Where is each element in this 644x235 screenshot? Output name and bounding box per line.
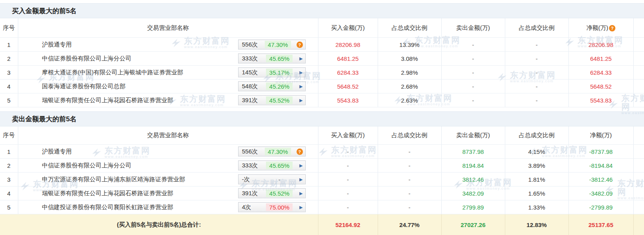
sell-top5-table: 序号 交易营业部名称 买入金额(万) 占总成交比例 卖出金额(万) 占总成交比例…	[0, 126, 644, 235]
table-row: 1 沪股通专用 556次 47.30% ? 28206.98 13.39% - …	[0, 38, 644, 52]
cell-broker-name: 瑞银证券有限责任公司上海花园石桥路证券营业部 391次 45.52% ▶	[18, 186, 318, 200]
cell-sell-amount: 2799.89	[441, 200, 505, 214]
cell-broker-name: 沪股通专用 556次 47.30% ?	[18, 38, 318, 52]
col-header-buy-ratio: 占总成交比例	[378, 18, 441, 38]
cell-buy-amount: 28206.98	[318, 38, 378, 52]
cell-net-amount: -3812.46	[568, 173, 633, 186]
broker-name-link[interactable]: 摩根大通证券(中国)有限公司上海银城中路证券营业部	[42, 69, 183, 76]
cell-net-amount: 6284.33	[568, 66, 633, 80]
section-gap	[0, 107, 644, 111]
cell-broker-name: 中信建投证券股份有限公司襄阳长虹路证券营业部 4次 75.00% ▶	[18, 200, 318, 214]
win-rate: 75.00%	[266, 204, 293, 211]
broker-name-link[interactable]: 沪股通专用	[42, 41, 72, 48]
appearance-stats-badge[interactable]: 391次 45.52% ▶	[238, 95, 306, 105]
help-icon[interactable]: ?	[297, 148, 303, 155]
cell-index: 2	[0, 52, 18, 66]
col-header-spacer	[633, 18, 644, 38]
expand-arrow-icon[interactable]: ▶	[299, 56, 303, 61]
expand-arrow-icon[interactable]: ▶	[299, 205, 303, 210]
expand-arrow-icon[interactable]: ▶	[299, 191, 303, 196]
cell-net-amount: 5543.83	[568, 93, 633, 107]
broker-name-link[interactable]: 申万宏源证券有限公司上海浦东新区靖海路证券营业部	[42, 176, 185, 183]
col-header-sell-amount: 卖出金额(万)	[441, 126, 505, 145]
win-rate: 45.52%	[266, 97, 293, 104]
expand-arrow-icon[interactable]: ▶	[299, 163, 303, 168]
table-header-row: 序号 交易营业部名称 买入金额(万) 占总成交比例 卖出金额(万) 占总成交比例…	[0, 18, 644, 38]
cell-spacer	[633, 52, 644, 66]
table-header-row: 序号 交易营业部名称 买入金额(万) 占总成交比例 卖出金额(万) 占总成交比例…	[0, 126, 644, 145]
cell-buy-ratio: -	[378, 200, 441, 214]
cell-buy-ratio: 3.08%	[378, 52, 441, 66]
cell-sell-ratio: 1.65%	[505, 186, 568, 200]
appearance-stats-badge[interactable]: 4次 75.00% ▶	[238, 202, 306, 212]
buy-section-title: 买入金额最大的前5名	[0, 3, 644, 18]
col-header-buy-ratio: 占总成交比例	[378, 126, 441, 145]
appearance-stats-badge[interactable]: 556次 47.30% ?	[238, 147, 306, 157]
cell-sell-ratio: 1.81%	[505, 173, 568, 186]
broker-name-link[interactable]: 中信证券股份有限公司上海分公司	[42, 55, 132, 62]
cell-buy-ratio: -	[378, 173, 441, 186]
table-row: 3 摩根大通证券(中国)有限公司上海银城中路证券营业部 145次 35.17% …	[0, 66, 644, 80]
col-header-broker-name: 交易营业部名称	[18, 126, 318, 145]
win-rate: 45.65%	[266, 55, 293, 62]
appearance-stats-badge[interactable]: -次 - ▶	[238, 175, 306, 185]
table-row: 1 沪股通专用 556次 47.30% ? - - 8737.98 4.15% …	[0, 145, 644, 159]
expand-arrow-icon[interactable]: ▶	[299, 98, 303, 103]
total-buy-amount: 52164.92	[318, 214, 378, 235]
appearance-count: 548次	[242, 83, 260, 90]
col-header-net-amount: 净额(万)?	[568, 18, 633, 38]
cell-sell-amount: -	[441, 66, 505, 80]
cell-net-amount: 28206.98	[568, 38, 633, 52]
sell-section-title: 卖出金额最大的前5名	[0, 111, 644, 126]
appearance-stats-badge[interactable]: 145次 35.17% ▶	[238, 68, 306, 78]
win-rate: 45.26%	[266, 83, 293, 90]
cell-broker-name: 中信证券股份有限公司上海分公司 333次 45.65% ▶	[18, 52, 318, 66]
total-sell-ratio: 12.83%	[505, 214, 568, 235]
broker-name-link[interactable]: 中信建投证券股份有限公司襄阳长虹路证券营业部	[42, 204, 173, 210]
help-icon[interactable]: ?	[297, 41, 303, 48]
win-rate: 47.30%	[265, 148, 291, 155]
help-icon[interactable]: ?	[609, 25, 615, 31]
cell-sell-amount: 8194.84	[441, 159, 505, 173]
cell-index: 4	[0, 80, 18, 93]
cell-net-amount: 5648.52	[568, 80, 633, 93]
col-header-index: 序号	[0, 126, 18, 145]
col-header-index: 序号	[0, 18, 18, 38]
broker-name-link[interactable]: 中信证券股份有限公司上海分公司	[42, 162, 132, 169]
appearance-count: 333次	[242, 162, 260, 169]
cell-spacer	[633, 38, 644, 52]
appearance-stats-badge[interactable]: 548次 45.26% ▶	[238, 82, 306, 91]
broker-name-link[interactable]: 瑞银证券有限责任公司上海花园石桥路证券营业部	[42, 190, 173, 196]
cell-buy-amount: -	[318, 145, 378, 159]
cell-index: 1	[0, 38, 18, 52]
cell-broker-name: 沪股通专用 556次 47.30% ?	[18, 145, 318, 159]
cell-sell-amount: -	[441, 93, 505, 107]
col-header-sell-ratio: 占总成交比例	[505, 126, 568, 145]
appearance-stats-badge[interactable]: 556次 47.30% ?	[238, 40, 306, 50]
win-rate: 45.52%	[266, 190, 293, 197]
broker-name-link[interactable]: 国泰海通证券股份有限公司总部	[42, 83, 126, 89]
expand-arrow-icon[interactable]: ▶	[299, 84, 303, 89]
cell-sell-ratio: -	[505, 52, 568, 66]
cell-net-amount: -3482.09	[568, 186, 633, 200]
win-rate: 45.65%	[266, 162, 293, 169]
cell-buy-ratio: -	[378, 159, 441, 173]
appearance-stats-badge[interactable]: 333次 45.65% ▶	[238, 54, 306, 64]
cell-spacer	[633, 186, 644, 200]
cell-buy-ratio: -	[378, 145, 441, 159]
expand-arrow-icon[interactable]: ▶	[299, 70, 303, 75]
broker-name-link[interactable]: 沪股通专用	[42, 148, 72, 155]
appearance-stats-badge[interactable]: 333次 45.65% ▶	[238, 161, 306, 171]
appearance-stats-badge[interactable]: 391次 45.52% ▶	[238, 188, 306, 198]
expand-arrow-icon[interactable]: ▶	[299, 177, 303, 182]
appearance-count: 145次	[242, 69, 260, 76]
win-rate: 47.30%	[265, 41, 291, 49]
cell-spacer	[633, 159, 644, 173]
cell-buy-amount: 6481.25	[318, 52, 378, 66]
appearance-count: 4次	[242, 204, 260, 211]
col-header-buy-amount: 买入金额(万)	[318, 18, 378, 38]
cell-buy-amount: 5648.52	[318, 80, 378, 93]
broker-name-link[interactable]: 瑞银证券有限责任公司上海花园石桥路证券营业部	[42, 97, 173, 103]
cell-spacer	[633, 173, 644, 186]
cell-sell-ratio: -	[505, 38, 568, 52]
